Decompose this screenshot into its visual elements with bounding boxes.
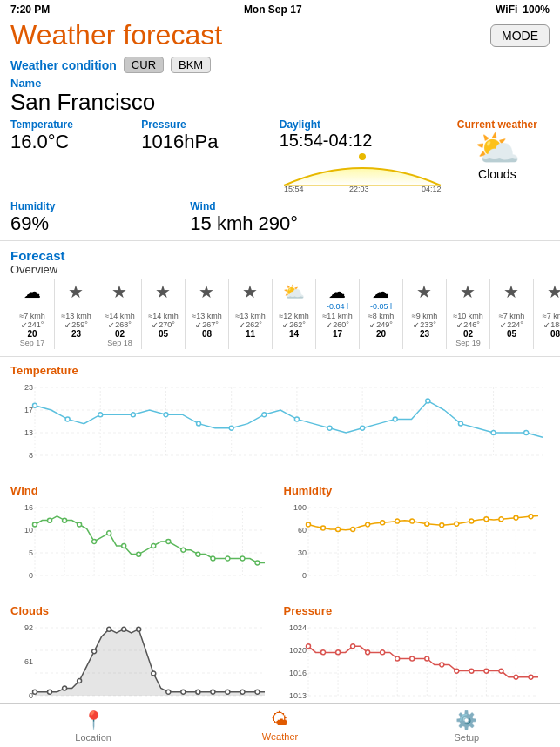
svg-point-52 (78, 522, 82, 527)
svg-text:1013: 1013 (288, 691, 306, 700)
forecast-item: ★ ≈10 kmh ↙246° 02 Sep 19 (446, 279, 489, 349)
svg-point-23 (229, 426, 233, 430)
svg-text:22:03: 22:03 (349, 185, 369, 192)
svg-point-111 (122, 627, 126, 631)
divider-1 (0, 240, 560, 241)
pressure-block: Pressure 1016hPa (141, 118, 272, 195)
svg-point-29 (426, 399, 430, 403)
tab-cur[interactable]: CUR (124, 57, 164, 73)
svg-point-106 (48, 690, 52, 694)
svg-point-85 (365, 522, 369, 527)
forecast-item: ☁ -0.05 l ≈8 kmh ↙249° 20 (359, 279, 402, 349)
svg-point-119 (240, 690, 245, 694)
svg-point-54 (107, 530, 111, 535)
svg-point-53 (92, 539, 97, 543)
temperature-svg: 2317138 (10, 379, 550, 474)
wind-svg: 161050 (10, 499, 272, 595)
svg-point-144 (424, 656, 428, 661)
temperature-chart-title: Temperature (10, 364, 550, 377)
svg-text:23: 23 (24, 383, 33, 392)
svg-text:17: 17 (24, 406, 33, 414)
svg-text:8: 8 (29, 451, 33, 460)
clouds-pressure-row: Clouds 92610 Pressure 1024102010161013 (0, 601, 560, 721)
svg-text:1024: 1024 (288, 623, 306, 632)
tab-setup[interactable]: ⚙️ Setup (374, 704, 560, 747)
pressure-value: 1016hPa (141, 131, 272, 153)
stats-row-2: Humidity 69% Wind 15 kmh 290° (0, 199, 560, 237)
svg-point-60 (196, 552, 200, 556)
svg-point-31 (491, 430, 496, 434)
svg-point-90 (439, 522, 443, 527)
status-bar: 7:20 PM Mon Sep 17 WiFi 100% (0, 0, 560, 19)
svg-point-62 (226, 556, 230, 561)
svg-point-110 (107, 627, 111, 631)
svg-point-120 (255, 690, 260, 694)
wind-label: Wind (190, 200, 550, 212)
svg-point-115 (181, 690, 186, 694)
forecast-item: ★ ≈9 kmh ↙233° 23 (402, 279, 446, 349)
svg-point-94 (498, 516, 503, 521)
svg-point-113 (152, 671, 156, 676)
daylight-label: Daylight (280, 118, 445, 131)
daylight-block: Daylight 15:54-04:12 15:54 22:03 04:12 (273, 118, 445, 195)
forecast-item: ★ ≈14 kmh ↙270° 05 (141, 279, 185, 349)
forecast-item: ★ ≈7 kmh ↙188° 08 (533, 279, 560, 349)
svg-text:10: 10 (24, 526, 33, 535)
svg-point-108 (78, 678, 82, 683)
svg-point-84 (350, 527, 354, 531)
wind-chart-title: Wind (10, 484, 277, 497)
svg-text:04:12: 04:12 (422, 185, 442, 192)
name-label: Name (10, 77, 550, 90)
svg-point-81 (306, 522, 310, 527)
svg-point-83 (335, 527, 340, 531)
forecast-item: ☁ -0.04 l ≈11 kmh ↙260° 17 (315, 279, 359, 349)
forecast-title: Forecast (10, 248, 550, 263)
forecast-item: ☁ ≈7 kmh ↙241° 20 Sep 17 (10, 279, 54, 349)
svg-point-89 (424, 522, 428, 526)
pressure-chart-section: Pressure 1024102010161013 (284, 604, 550, 717)
clouds-svg: 92610 (10, 619, 272, 715)
svg-point-95 (513, 515, 517, 520)
clouds-chart-title: Clouds (10, 604, 277, 617)
svg-point-25 (294, 416, 299, 421)
tab-weather[interactable]: 🌤 Weather (186, 704, 373, 747)
svg-point-27 (361, 426, 365, 430)
weather-condition-row: Weather condition CUR BKM (0, 55, 560, 75)
pressure-label: Pressure (141, 118, 272, 131)
wind-block: Wind 15 kmh 290° (190, 200, 550, 235)
mode-button[interactable]: MODE (490, 24, 550, 47)
svg-point-137 (320, 649, 325, 654)
svg-point-22 (197, 421, 201, 426)
svg-point-19 (98, 412, 103, 416)
svg-point-142 (395, 656, 399, 661)
svg-text:100: 100 (293, 503, 306, 512)
svg-point-114 (166, 690, 171, 694)
current-weather-desc: Clouds (445, 167, 550, 181)
svg-point-117 (211, 690, 215, 694)
forecast-scroll[interactable]: ☁ ≈7 kmh ↙241° 20 Sep 17 ★ ≈13 kmh ↙259°… (0, 276, 560, 353)
svg-point-86 (380, 520, 384, 524)
tab-location-label: Location (75, 732, 111, 743)
tab-bkm[interactable]: BKM (171, 57, 211, 73)
svg-point-88 (409, 519, 414, 523)
svg-point-139 (350, 643, 354, 648)
tab-location[interactable]: 📍 Location (0, 704, 186, 747)
svg-point-17 (33, 403, 37, 407)
temperature-label: Temperature (10, 118, 141, 131)
svg-point-0 (359, 153, 366, 160)
humidity-label: Humidity (10, 200, 190, 212)
daylight-chart: 15:54 22:03 04:12 (280, 151, 445, 192)
svg-point-82 (320, 525, 325, 529)
svg-point-109 (92, 649, 97, 653)
forecast-item: ★ ≈13 kmh ↙267° 08 (185, 279, 228, 349)
current-weather-block: Current weather ⛅ Clouds (445, 118, 550, 195)
svg-point-105 (33, 690, 37, 694)
forecast-section: Forecast Overview (0, 245, 560, 276)
forecast-item: ⛅ ≈12 kmh ↙262° 14 (272, 279, 315, 349)
svg-point-150 (513, 675, 517, 679)
svg-point-146 (454, 669, 458, 673)
svg-point-24 (262, 412, 267, 416)
svg-point-96 (528, 514, 532, 518)
svg-text:1020: 1020 (288, 646, 306, 655)
svg-point-57 (152, 543, 156, 548)
